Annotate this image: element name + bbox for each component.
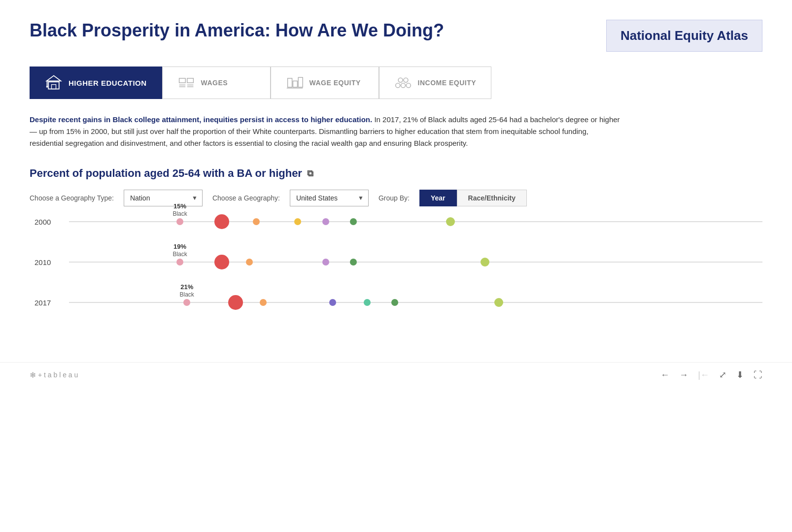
nav-back-icon[interactable]: ← xyxy=(660,370,669,380)
dot-2017-6[interactable] xyxy=(494,298,503,307)
nav-forward-icon[interactable]: → xyxy=(679,370,688,380)
geography-type-select[interactable]: Nation State Metro County xyxy=(124,190,203,206)
year-label-2010: 2010 xyxy=(34,258,51,266)
svg-rect-11 xyxy=(287,78,292,87)
tableau-snowflake: ❄ xyxy=(30,370,36,380)
wage-equity-icon xyxy=(286,74,304,92)
svg-rect-12 xyxy=(293,81,297,87)
atlas-badge: National Equity Atlas xyxy=(606,20,762,52)
atlas-badge-text: National Equity Atlas xyxy=(620,28,748,43)
share-icon[interactable]: ⤢ xyxy=(719,369,726,380)
dot-2010-0[interactable] xyxy=(176,259,183,266)
dot-2017-3[interactable] xyxy=(329,299,336,306)
tab-higher-education-label: HIGHER EDUCATION xyxy=(69,79,147,87)
page-title: Black Prosperity in America: How Are We … xyxy=(30,20,444,41)
dot-2000-0[interactable] xyxy=(176,218,183,225)
svg-rect-2 xyxy=(52,85,56,89)
svg-point-4 xyxy=(46,86,48,88)
dot-value-label-2017: 21% xyxy=(180,283,193,291)
footer-nav-icons: ← → |← ⤢ ⬇ ⛶ xyxy=(660,369,762,380)
svg-rect-6 xyxy=(187,78,193,83)
dot-value-label-2000: 15% xyxy=(173,202,186,210)
dot-race-label-2010: Black xyxy=(172,251,187,258)
dot-2017-4[interactable] xyxy=(364,299,371,306)
tab-income-equity[interactable]: INCOME EQUITY xyxy=(379,66,492,99)
group-by-buttons: Year Race/Ethnicity xyxy=(419,190,527,206)
fullscreen-icon[interactable]: ⛶ xyxy=(754,370,762,380)
chart-row-2017: 201721%Black xyxy=(69,302,762,303)
svg-point-18 xyxy=(395,83,400,88)
chart-controls: Choose a Geography Type: Nation State Me… xyxy=(30,190,762,206)
dot-line-2000: 15%Black xyxy=(69,221,762,222)
dot-race-label-2000: Black xyxy=(172,210,187,217)
tab-navigation: HIGHER EDUCATION WAGES WAGE EQUITY xyxy=(30,66,762,99)
chart-area: 200015%Black201019%Black201721%Black xyxy=(30,221,762,303)
svg-point-16 xyxy=(403,78,408,82)
geography-label: Choose a Geography: xyxy=(212,194,280,202)
description-bold: Despite recent gains in Black college at… xyxy=(30,115,372,124)
svg-rect-0 xyxy=(48,82,59,89)
dot-2000-1[interactable] xyxy=(214,214,229,229)
dot-2000-2[interactable] xyxy=(253,218,260,225)
higher-education-icon xyxy=(45,74,63,92)
group-by-race-button[interactable]: Race/Ethnicity xyxy=(457,190,527,206)
dot-2000-6[interactable] xyxy=(446,217,455,226)
geography-select-wrapper: United States ▼ xyxy=(290,190,369,206)
geography-type-select-wrapper: Nation State Metro County ▼ xyxy=(124,190,203,206)
chart-title-text: Percent of population aged 25-64 with a … xyxy=(30,167,302,180)
svg-rect-5 xyxy=(179,78,185,83)
download-icon[interactable]: ⬇ xyxy=(736,369,744,380)
dot-value-label-2010: 19% xyxy=(173,243,186,250)
dot-race-label-2017: Black xyxy=(180,291,194,298)
tab-wages-label: WAGES xyxy=(201,79,228,87)
dot-2000-3[interactable] xyxy=(294,218,301,225)
geography-select[interactable]: United States xyxy=(290,190,369,206)
dot-2000-4[interactable] xyxy=(322,218,329,225)
income-equity-icon xyxy=(394,74,412,92)
wages-icon xyxy=(177,74,195,92)
dot-2010-5[interactable] xyxy=(481,258,489,266)
tab-wages[interactable]: WAGES xyxy=(162,66,271,99)
dot-2010-4[interactable] xyxy=(350,259,357,266)
dot-line-2010: 19%Black xyxy=(69,262,762,263)
dot-2017-2[interactable] xyxy=(260,299,267,306)
group-by-label: Group By: xyxy=(379,194,410,202)
dot-2017-1[interactable] xyxy=(228,295,243,310)
tableau-footer: ❄ + t a b l e a u ← → |← ⤢ ⬇ ⛶ xyxy=(0,362,792,387)
dot-line-2017: 21%Black xyxy=(69,302,762,303)
tableau-text: + t a b l e a u xyxy=(38,371,78,379)
group-by-year-button[interactable]: Year xyxy=(419,190,457,206)
tableau-logo: ❄ + t a b l e a u xyxy=(30,370,78,380)
dot-2000-5[interactable] xyxy=(350,218,357,225)
svg-rect-13 xyxy=(298,77,303,87)
nav-first-icon[interactable]: |← xyxy=(698,370,709,380)
year-label-2000: 2000 xyxy=(34,218,51,226)
svg-point-15 xyxy=(398,78,403,82)
dot-2017-5[interactable] xyxy=(391,299,398,306)
dot-2017-0[interactable] xyxy=(183,299,190,306)
svg-point-17 xyxy=(401,83,405,88)
tab-wage-equity[interactable]: WAGE EQUITY xyxy=(271,66,379,99)
dot-2010-1[interactable] xyxy=(214,255,229,269)
dot-2010-2[interactable] xyxy=(246,259,253,266)
svg-marker-1 xyxy=(47,76,61,81)
chart-row-2000: 200015%Black xyxy=(69,221,762,222)
description-block: Despite recent gains in Black college at… xyxy=(30,114,621,149)
tab-higher-education[interactable]: HIGHER EDUCATION xyxy=(30,66,162,99)
tab-income-equity-label: INCOME EQUITY xyxy=(418,79,477,87)
chart-title: Percent of population aged 25-64 with a … xyxy=(30,167,762,180)
chart-row-2010: 201019%Black xyxy=(69,262,762,263)
external-link-icon[interactable]: ⧉ xyxy=(307,168,313,179)
geography-type-label: Choose a Geography Type: xyxy=(30,194,114,202)
svg-point-19 xyxy=(406,83,411,88)
year-label-2017: 2017 xyxy=(34,299,51,307)
tab-wage-equity-label: WAGE EQUITY xyxy=(310,79,361,87)
dot-2010-3[interactable] xyxy=(322,259,329,266)
